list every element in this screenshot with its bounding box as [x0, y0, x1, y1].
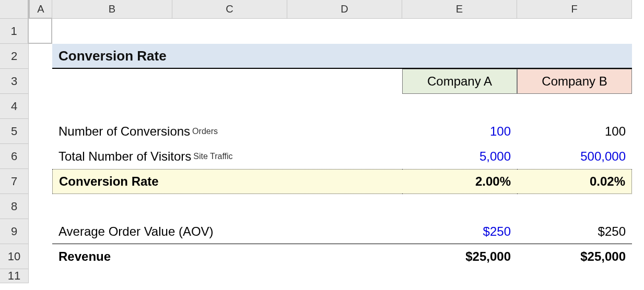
row-header-10[interactable]: 10: [0, 244, 29, 269]
cell-A5[interactable]: [29, 119, 52, 144]
row-header-1[interactable]: 1: [0, 19, 29, 44]
cell-B4[interactable]: [52, 94, 172, 119]
row-header-7[interactable]: 7: [0, 169, 29, 194]
row-header-9[interactable]: 9: [0, 219, 29, 244]
cell-F4[interactable]: [517, 94, 632, 119]
cell-B8[interactable]: [52, 194, 172, 219]
company-a-header[interactable]: Company A: [402, 69, 517, 94]
cell-A2[interactable]: [29, 44, 52, 69]
col-header-B[interactable]: B: [52, 0, 172, 19]
value-aov-B[interactable]: $250: [517, 219, 632, 244]
cell-C3[interactable]: [172, 69, 287, 94]
value-revenue-B[interactable]: $25,000: [517, 244, 632, 269]
cell-E11[interactable]: [402, 269, 517, 283]
select-all-corner[interactable]: [0, 0, 29, 19]
cell-A10[interactable]: [29, 244, 52, 269]
col-header-A[interactable]: A: [29, 0, 52, 19]
value-revenue-A[interactable]: $25,000: [402, 244, 517, 269]
cell-A7[interactable]: [29, 169, 52, 194]
cell-C1[interactable]: [172, 19, 287, 44]
cell-A11[interactable]: [29, 269, 52, 283]
label-conversions[interactable]: Number of Conversions Orders: [52, 119, 402, 144]
title-cell[interactable]: Conversion Rate: [52, 44, 632, 69]
row-header-4[interactable]: 4: [0, 94, 29, 119]
value-visitors-A[interactable]: 5,000: [402, 144, 517, 169]
value-conversions-B[interactable]: 100: [517, 119, 632, 144]
cell-D1[interactable]: [287, 19, 402, 44]
cell-A1[interactable]: [29, 19, 52, 44]
label-revenue[interactable]: Revenue: [52, 244, 402, 269]
value-conversions-A[interactable]: 100: [402, 119, 517, 144]
spreadsheet-grid[interactable]: A B C D E F 1 2 Conversion Rate 3 Compan…: [0, 0, 644, 283]
cell-A8[interactable]: [29, 194, 52, 219]
row-header-6[interactable]: 6: [0, 144, 29, 169]
cell-C11[interactable]: [172, 269, 287, 283]
cell-E8[interactable]: [402, 194, 517, 219]
value-rate-A[interactable]: 2.00%: [402, 169, 517, 194]
col-header-F[interactable]: F: [517, 0, 632, 19]
label-conv-rate[interactable]: Conversion Rate: [52, 169, 402, 194]
cell-E1[interactable]: [402, 19, 517, 44]
company-b-header[interactable]: Company B: [517, 69, 632, 94]
cell-C8[interactable]: [172, 194, 287, 219]
cell-B11[interactable]: [52, 269, 172, 283]
cell-D8[interactable]: [287, 194, 402, 219]
cell-A3[interactable]: [29, 69, 52, 94]
cell-D3[interactable]: [287, 69, 402, 94]
col-header-D[interactable]: D: [287, 0, 402, 19]
value-visitors-B[interactable]: 500,000: [517, 144, 632, 169]
col-header-E[interactable]: E: [402, 0, 517, 19]
value-aov-A[interactable]: $250: [402, 219, 517, 244]
cell-A4[interactable]: [29, 94, 52, 119]
cell-B1[interactable]: [52, 19, 172, 44]
cell-A9[interactable]: [29, 219, 52, 244]
cell-E4[interactable]: [402, 94, 517, 119]
value-rate-B[interactable]: 0.02%: [517, 169, 632, 194]
row-header-2[interactable]: 2: [0, 44, 29, 69]
label-visitors-text: Total Number of Visitors: [58, 149, 191, 164]
cell-D11[interactable]: [287, 269, 402, 283]
row-header-3[interactable]: 3: [0, 69, 29, 94]
label-visitors-sub: Site Traffic: [191, 152, 232, 161]
cell-F8[interactable]: [517, 194, 632, 219]
row-header-11[interactable]: 11: [0, 269, 29, 283]
cell-D4[interactable]: [287, 94, 402, 119]
label-conversions-text: Number of Conversions: [58, 124, 190, 139]
col-header-C[interactable]: C: [172, 0, 287, 19]
cell-B3[interactable]: [52, 69, 172, 94]
cell-C4[interactable]: [172, 94, 287, 119]
cell-F1[interactable]: [517, 19, 632, 44]
cell-F11[interactable]: [517, 269, 632, 283]
label-aov[interactable]: Average Order Value (AOV): [52, 219, 402, 244]
label-conversions-sub: Orders: [190, 127, 218, 136]
row-header-8[interactable]: 8: [0, 194, 29, 219]
label-visitors[interactable]: Total Number of Visitors Site Traffic: [52, 144, 402, 169]
row-header-5[interactable]: 5: [0, 119, 29, 144]
cell-A6[interactable]: [29, 144, 52, 169]
